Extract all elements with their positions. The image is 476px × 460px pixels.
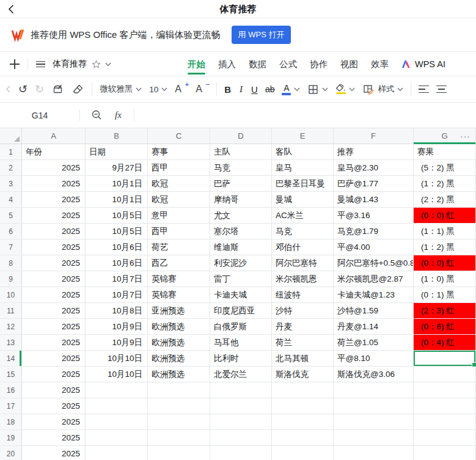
cell-C4[interactable]: 欧冠 [148,192,210,208]
cell-D10[interactable]: 卡迪夫城 [210,287,272,303]
cell-F3[interactable]: 巴萨@1.77 [334,176,414,192]
cell-B4[interactable]: 10月1日 [86,192,148,208]
cell-C14[interactable]: 欧洲预选 [148,351,210,367]
cell-E16[interactable] [272,382,334,398]
cell-C1[interactable]: 赛事 [148,144,210,160]
col-header-E[interactable]: E [272,128,334,144]
cell-D14[interactable]: 比利时 [210,351,272,367]
cell-F10[interactable]: 卡迪夫城@1.23 [334,287,414,303]
format-painter-icon[interactable] [51,83,64,96]
cell-A4[interactable]: 2025 [22,192,86,208]
cell-C17[interactable] [148,398,210,414]
row-header-12[interactable]: 12 [0,319,22,335]
row-header-13[interactable]: 13 [0,335,22,351]
cell-E7[interactable]: 邓伯什 [272,239,334,255]
fill-color-dropdown[interactable] [335,84,355,95]
cell-D11[interactable]: 印度尼西亚 [210,303,272,319]
cell-G1[interactable]: 赛果 [414,144,476,160]
cell-F14[interactable]: 平@8.10 [334,351,414,367]
font-name-dropdown[interactable]: 微软雅黑 [100,84,142,95]
cell-D19[interactable] [210,430,272,446]
cell-A2[interactable]: 2025 [22,160,86,176]
cell-E15[interactable]: 斯洛伐克 [272,367,334,382]
cell-D9[interactable]: 雷丁 [210,271,272,287]
cell-B17[interactable] [86,398,148,414]
cell-E19[interactable] [272,430,334,446]
cell-B18[interactable] [86,414,148,430]
cell-E20[interactable] [272,446,334,460]
cell-F4[interactable]: 曼城@1.43 [334,192,414,208]
cell-C5[interactable]: 意甲 [148,208,210,224]
eraser-icon[interactable] [71,83,84,96]
cell-B15[interactable]: 10月10日 [86,367,148,382]
row-header-8[interactable]: 8 [0,255,22,271]
cell-A12[interactable]: 2025 [22,319,86,335]
cell-B6[interactable]: 10月5日 [86,224,148,239]
cell-B19[interactable] [86,430,148,446]
cell-G3[interactable]: (1：2) 黑 [414,176,476,192]
cell-F11[interactable]: 沙特@1.59 [334,303,414,319]
col-header-D[interactable]: D [210,128,272,144]
cell-A19[interactable]: 2025 [22,430,86,446]
tab-home[interactable]: 开始 [188,52,205,76]
cell-A13[interactable]: 2025 [22,335,86,351]
cell-D20[interactable] [210,446,272,460]
cell-F15[interactable]: 斯洛伐克@3.06 [334,367,414,382]
cell-F2[interactable]: 皇马@2.30 [334,160,414,176]
font-color-dropdown[interactable]: A [282,84,300,95]
col-header-A[interactable]: A [22,128,86,144]
select-all-corner[interactable] [0,128,22,144]
cell-C12[interactable]: 欧洲预选 [148,319,210,335]
cell-E13[interactable]: 荷兰 [272,335,334,351]
cell-D5[interactable]: 尤文 [210,208,272,224]
cell-B11[interactable]: 10月8日 [86,303,148,319]
open-in-wps-button[interactable]: 用 WPS 打开 [232,26,291,44]
cell-G12[interactable]: (0：6) 红 [414,319,476,335]
align-center-icon[interactable] [436,86,447,93]
cell-G15[interactable] [414,367,476,382]
cell-A3[interactable]: 2025 [22,176,86,192]
cell-A17[interactable]: 2025 [22,398,86,414]
cell-D12[interactable]: 白俄罗斯 [210,319,272,335]
tab-data[interactable]: 数据 [249,52,266,76]
cell-F7[interactable]: 平@4.00 [334,239,414,255]
cell-E2[interactable]: 皇马 [272,160,334,176]
cell-reference-box[interactable]: G14 [0,111,79,120]
new-sheet-icon[interactable] [10,59,20,69]
cell-B20[interactable] [86,446,148,460]
cell-G6[interactable]: (1：1) 黑 [414,224,476,239]
cell-A5[interactable]: 2025 [22,208,86,224]
tab-collaborate[interactable]: 协作 [310,52,328,76]
cell-A10[interactable]: 2025 [22,287,86,303]
row-header-2[interactable]: 2 [0,160,22,176]
cell-G14[interactable] [414,351,476,367]
doc-name[interactable]: 体育推荐 [53,59,87,70]
chevron-down-icon[interactable] [105,62,111,67]
cell-D18[interactable] [210,414,272,430]
cell-B16[interactable] [86,382,148,398]
borders-dropdown[interactable] [307,84,328,95]
cell-style-dropdown[interactable]: 样式 [362,83,403,95]
cell-A7[interactable]: 2025 [22,239,86,255]
row-header-4[interactable]: 4 [0,192,22,208]
col-header-G[interactable]: G··· [414,128,476,144]
cell-F17[interactable] [334,398,414,414]
cell-F5[interactable]: 平@3.16 [334,208,414,224]
cell-C2[interactable]: 西甲 [148,160,210,176]
cell-B10[interactable]: 10月7日 [86,287,148,303]
cell-G11[interactable]: (2：3) 红 [414,303,476,319]
cell-G7[interactable]: (1：2) 黑 [414,239,476,255]
cell-E12[interactable]: 丹麦 [272,319,334,335]
cell-F12[interactable]: 丹麦@1.14 [334,319,414,335]
cell-B5[interactable]: 10月5日 [86,208,148,224]
cell-F18[interactable] [334,414,414,430]
strikethrough-button[interactable]: ab [265,84,275,94]
row-header-7[interactable]: 7 [0,239,22,255]
cell-G10[interactable]: (0：1) 黑 [414,287,476,303]
cell-C3[interactable]: 欧冠 [148,176,210,192]
cell-B2[interactable]: 9月27日 [86,160,148,176]
more-columns-icon[interactable]: ··· [460,131,471,141]
row-header-3[interactable]: 3 [0,176,22,192]
underline-button[interactable]: U [251,84,258,95]
cell-C18[interactable] [148,414,210,430]
